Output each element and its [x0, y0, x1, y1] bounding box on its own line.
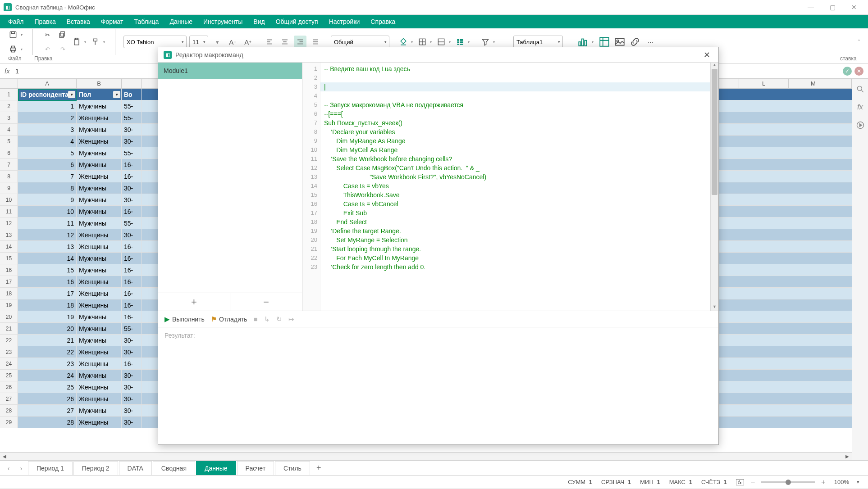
cell[interactable]: 30-	[122, 381, 142, 393]
row-header[interactable]: 19	[0, 299, 18, 311]
dialog-titlebar[interactable]: ◧ Редактор макрокоманд ✕	[158, 47, 718, 63]
row-header[interactable]: 28	[0, 405, 18, 416]
cell[interactable]: 30-	[122, 229, 142, 240]
cell[interactable]: Мужчины	[77, 370, 122, 381]
cell[interactable]: Мужчины	[77, 100, 122, 112]
cell[interactable]: 30-	[122, 335, 142, 346]
cell[interactable]: 27	[18, 405, 77, 416]
add-module-button[interactable]: +	[158, 293, 230, 311]
decrease-font-button[interactable]: A−	[226, 36, 239, 48]
menu-файл[interactable]: Файл	[3, 16, 29, 27]
borders-button[interactable]	[417, 36, 434, 48]
cell[interactable]: 9	[18, 194, 77, 205]
menu-таблица[interactable]: Таблица	[129, 16, 164, 27]
row-header[interactable]: 10	[0, 194, 18, 205]
cell[interactable]: 5	[18, 147, 77, 158]
module-item[interactable]: Module1	[158, 63, 302, 79]
sheet-tab[interactable]: Данные	[196, 461, 236, 475]
cell[interactable]: 30-	[122, 370, 142, 381]
cell[interactable]: Мужчины	[77, 182, 122, 194]
fx-panel-icon[interactable]: fx	[855, 102, 865, 112]
cell[interactable]: 4	[18, 136, 77, 147]
tabs-prev-button[interactable]: ‹	[3, 462, 14, 474]
row-header[interactable]: 11	[0, 206, 18, 217]
zoom-slider[interactable]	[761, 481, 815, 483]
play-panel-icon[interactable]	[855, 120, 865, 130]
cell[interactable]: 16-	[122, 311, 142, 322]
sheet-tab[interactable]: Период 1	[28, 461, 73, 475]
table-header-cell[interactable]: Во	[122, 89, 142, 100]
minimize-button[interactable]: —	[800, 1, 821, 14]
table-header-cell[interactable]: ID респондента▾	[18, 89, 77, 100]
row-header[interactable]: 27	[0, 393, 18, 404]
table-name-input[interactable]: Таблица1	[513, 36, 563, 48]
cell[interactable]: 30-	[122, 346, 142, 358]
cell[interactable]: 30-	[122, 393, 142, 404]
cell[interactable]: 12	[18, 229, 77, 240]
cell[interactable]: 2	[18, 112, 77, 123]
row-header[interactable]: 4	[0, 124, 18, 135]
cell[interactable]: Мужчины	[77, 217, 122, 229]
cell[interactable]: Мужчины	[77, 194, 122, 205]
cell-size-button[interactable]	[455, 36, 471, 48]
cell[interactable]: Женщины	[77, 358, 122, 369]
row-header[interactable]: 17	[0, 276, 18, 287]
cell[interactable]: 30-	[122, 124, 142, 135]
cell[interactable]: 16-	[122, 264, 142, 276]
cell[interactable]: Мужчины	[77, 335, 122, 346]
col-header-b[interactable]: B	[77, 79, 122, 88]
stop-button[interactable]: ■	[254, 315, 258, 323]
tabs-next-button[interactable]: ›	[15, 462, 27, 474]
cell[interactable]: Мужчины	[77, 264, 122, 276]
cell[interactable]: Мужчины	[77, 311, 122, 322]
cell[interactable]: 30-	[122, 194, 142, 205]
sheet-tab[interactable]: DATA	[119, 461, 152, 475]
copy-button[interactable]	[56, 28, 69, 41]
cell[interactable]: Женщины	[77, 136, 122, 147]
cell[interactable]: Женщины	[77, 417, 122, 428]
cell[interactable]: 21	[18, 335, 77, 346]
scrollbar-thumb[interactable]	[712, 69, 717, 195]
close-button[interactable]: ✕	[844, 1, 864, 14]
formula-cancel-icon[interactable]: ✕	[854, 67, 863, 76]
cell[interactable]: Мужчины	[77, 147, 122, 158]
row-header[interactable]: 6	[0, 147, 18, 158]
cell[interactable]: 25	[18, 381, 77, 393]
cell[interactable]: 22	[18, 346, 77, 358]
dialog-close-button[interactable]: ✕	[701, 50, 713, 60]
row-header[interactable]: 20	[0, 311, 18, 322]
cell[interactable]: 30-	[122, 136, 142, 147]
menu-вид[interactable]: Вид	[248, 16, 270, 27]
step-out-button[interactable]: ↦	[288, 315, 294, 323]
col-header-m[interactable]: M	[789, 79, 838, 88]
menu-инструменты[interactable]: Инструменты	[198, 16, 248, 27]
redo-button[interactable]: ↷	[56, 43, 69, 55]
status-fx-icon[interactable]: f▸	[736, 479, 744, 485]
code-scrollbar[interactable]: ▲ ▼	[710, 63, 718, 311]
formula-accept-icon[interactable]: ✓	[843, 67, 852, 76]
zoom-dropdown-icon[interactable]: ▾	[854, 479, 863, 485]
maximize-button[interactable]: ▢	[822, 1, 843, 14]
format-painter-button[interactable]	[91, 36, 107, 48]
menu-формат[interactable]: Формат	[96, 16, 129, 27]
align-center-button[interactable]	[279, 36, 291, 48]
zoom-value[interactable]: 100%	[834, 479, 849, 485]
cell[interactable]: 17	[18, 288, 77, 299]
fill-color-button[interactable]	[398, 36, 415, 48]
cell[interactable]: 16-	[122, 206, 142, 217]
cell[interactable]: 16-	[122, 299, 142, 311]
cell[interactable]: Женщины	[77, 229, 122, 240]
sheet-tab[interactable]: Расчет	[237, 461, 274, 475]
cell[interactable]: 1	[18, 100, 77, 112]
row-header[interactable]: 23	[0, 346, 18, 358]
fx-icon[interactable]: fx	[5, 67, 10, 75]
cell[interactable]: 55-	[122, 147, 142, 158]
row-header[interactable]: 13	[0, 229, 18, 240]
cell[interactable]: 16	[18, 276, 77, 287]
scroll-left-icon[interactable]: ◀	[1, 453, 8, 460]
run-button[interactable]: ▶Выполнить	[164, 315, 205, 323]
row-header[interactable]: 29	[0, 417, 18, 428]
debug-button[interactable]: ⚑Отладить	[211, 315, 247, 323]
cut-button[interactable]: ✂	[41, 28, 54, 41]
row-header[interactable]: 9	[0, 182, 18, 194]
